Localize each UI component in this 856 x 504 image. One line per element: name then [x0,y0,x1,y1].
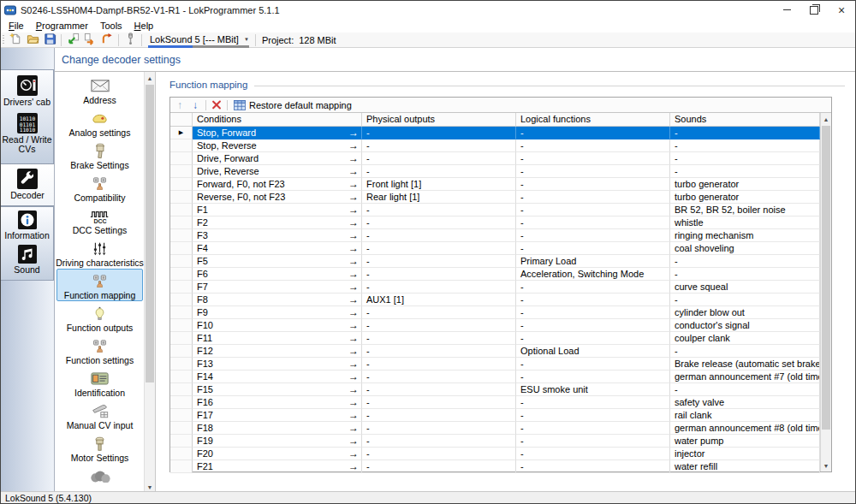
menu-item-programmer[interactable]: Programmer [30,20,94,32]
row-selector-cell[interactable] [170,229,193,242]
logical-functions-cell[interactable]: - [516,152,670,165]
conditions-cell[interactable]: F9→ [193,306,362,319]
table-row[interactable]: F2→--whistle [170,216,831,229]
logical-functions-cell[interactable]: - [516,281,670,294]
sounds-cell[interactable]: coal shoveling [670,242,820,255]
table-row[interactable]: F1→--BR 52, BR 52, boiler noise [170,204,831,216]
grid-scrollbar[interactable]: ▲ ▼ [820,113,831,471]
column-header-conditions[interactable]: Conditions [193,113,362,127]
table-row[interactable]: F12→-Optional Load- [170,345,831,358]
physical-outputs-cell[interactable]: - [362,281,516,294]
programmer-connection-button[interactable] [122,33,139,47]
row-selector-cell[interactable] [170,242,193,255]
open-file-button[interactable] [24,33,41,47]
decoder-type-dropdown[interactable]: LokSound 5 [--- MBit] ▼ [145,33,253,48]
row-selector-cell[interactable] [170,345,193,358]
write-changes-button[interactable] [98,33,116,47]
row-selector-cell[interactable]: ▶ [170,127,193,139]
row-selector-cell[interactable] [170,358,193,371]
new-file-button[interactable] [7,33,24,47]
conditions-cell[interactable]: F10→ [193,319,362,332]
table-row[interactable]: F16→--safety valve [170,396,831,409]
row-selector-cell[interactable] [170,306,193,319]
row-selector-cell[interactable] [170,255,193,268]
logical-functions-cell[interactable]: - [516,409,670,422]
table-row[interactable]: F4→--coal shoveling [170,242,831,255]
logical-functions-cell[interactable]: - [516,139,670,152]
conditions-cell[interactable]: Drive, Reverse→ [193,165,362,178]
sounds-cell[interactable]: turbo generator [670,178,820,191]
table-row[interactable]: F8→AUX1 [1]-- [170,294,831,306]
logical-functions-cell[interactable]: - [516,396,670,409]
table-row[interactable]: F6→-Acceleration, Switching Mode- [170,268,831,281]
conditions-cell[interactable]: F4→ [193,242,362,255]
grid-scroll-up-button[interactable]: ▲ [821,113,831,125]
logical-functions-cell[interactable]: - [516,191,670,204]
nav-item-identification[interactable]: Identification [56,366,143,399]
physical-outputs-cell[interactable]: - [362,371,516,383]
conditions-cell[interactable]: F15→ [193,383,362,396]
write-decoder-button[interactable] [81,33,98,47]
move-row-down-button[interactable]: ↓ [187,98,203,112]
nav-item-function-outputs[interactable]: Function outputs [56,301,143,334]
sounds-cell[interactable]: conductor's signal [670,319,820,332]
logical-functions-cell[interactable]: - [516,242,670,255]
table-row[interactable]: F18→--german announcement #8 (old timey) [170,422,831,435]
sounds-cell[interactable]: german announcement #7 (old timey) [670,371,820,383]
sounds-cell[interactable]: water refill [670,460,820,473]
nav-scrollbar[interactable]: ▲ ▼ [144,72,155,493]
tab-read-write-cvs[interactable]: 101100110111010Read / Write CVs [1,108,53,155]
logical-functions-cell[interactable]: - [516,332,670,345]
physical-outputs-cell[interactable]: - [362,358,516,371]
row-selector-cell[interactable] [170,216,193,229]
sounds-cell[interactable]: ringing mechanism [670,229,820,242]
table-row[interactable]: F19→--water pump [170,435,831,448]
sounds-cell[interactable]: - [670,268,820,281]
row-selector-cell[interactable] [170,396,193,409]
table-row[interactable]: F15→-ESU smoke unit- [170,383,831,396]
table-row[interactable]: F21→--water refill [170,460,831,473]
conditions-cell[interactable]: F3→ [193,229,362,242]
sounds-cell[interactable]: Brake release (automatic set brake) [670,358,820,371]
row-selector-cell[interactable] [170,178,193,191]
table-row[interactable]: F5→-Primary Load- [170,255,831,268]
sounds-cell[interactable]: BR 52, BR 52, boiler noise [670,204,820,216]
row-selector-cell[interactable] [170,460,193,473]
sounds-cell[interactable]: rail clank [670,409,820,422]
nav-item-address[interactable]: Address [56,74,143,106]
minimize-button[interactable] [773,1,800,19]
logical-functions-cell[interactable]: - [516,371,670,383]
physical-outputs-cell[interactable]: - [362,383,516,396]
conditions-cell[interactable]: F18→ [193,422,362,435]
physical-outputs-cell[interactable]: - [362,204,516,216]
menu-item-tools[interactable]: Tools [94,20,128,32]
table-row[interactable]: F14→--german announcement #7 (old timey) [170,371,831,383]
move-row-up-button[interactable]: ↑ [172,98,187,112]
conditions-cell[interactable]: Reverse, F0, not F23→ [193,191,362,204]
conditions-cell[interactable]: F6→ [193,268,362,281]
physical-outputs-cell[interactable]: - [362,345,516,358]
conditions-cell[interactable]: Drive, Forward→ [193,152,362,165]
nav-item-compatibility[interactable]: Compatibility [56,171,143,204]
conditions-cell[interactable]: Forward, F0, not F23→ [193,178,362,191]
row-selector-cell[interactable] [170,281,193,294]
physical-outputs-cell[interactable]: - [362,216,516,229]
row-selector-cell[interactable] [170,383,193,396]
logical-functions-cell[interactable]: - [516,178,670,191]
physical-outputs-cell[interactable]: - [362,268,516,281]
sounds-cell[interactable]: whistle [670,216,820,229]
conditions-cell[interactable]: F11→ [193,332,362,345]
row-selector-cell[interactable] [170,268,193,281]
sounds-cell[interactable]: coulper clank [670,332,820,345]
row-selector-cell[interactable] [170,139,193,152]
column-header-logical-functions[interactable]: Logical functions [516,113,670,127]
column-header-sounds[interactable]: Sounds [670,113,820,127]
menu-item-help[interactable]: Help [128,20,160,32]
row-selector-cell[interactable] [170,152,193,165]
conditions-cell[interactable]: Stop, Forward→ [193,127,362,139]
logical-functions-cell[interactable]: Optional Load [516,345,670,358]
nav-item-smoke[interactable] [56,464,143,493]
sounds-cell[interactable]: turbo generator [670,191,820,204]
table-row[interactable]: F9→--cylinder blow out [170,306,831,319]
sounds-cell[interactable]: - [670,255,820,268]
